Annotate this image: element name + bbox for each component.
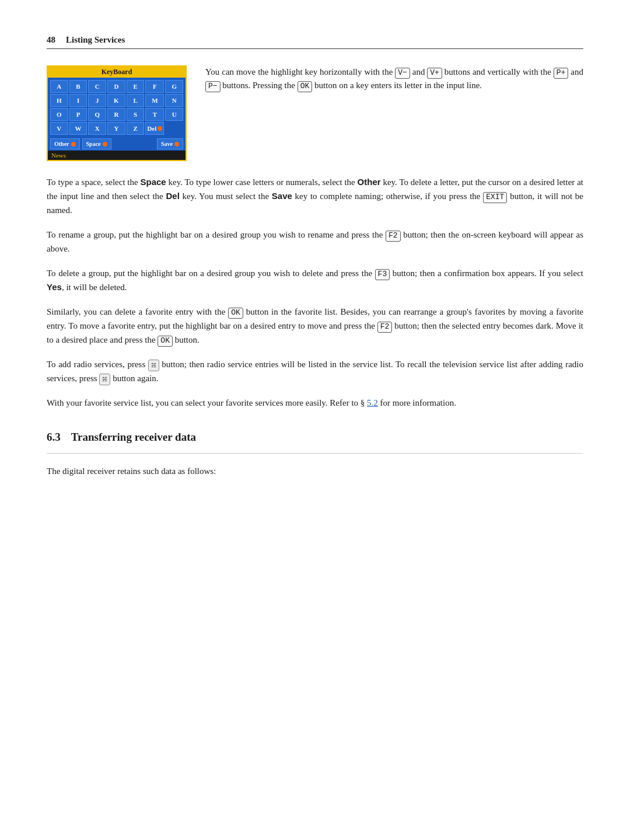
section-number: 6.3 bbox=[47, 431, 61, 444]
section-title-text: Transferring receiver data bbox=[71, 431, 196, 444]
del-dot bbox=[158, 126, 162, 131]
f3-button: F3 bbox=[375, 269, 390, 280]
section-divider bbox=[47, 453, 583, 454]
save-dot bbox=[174, 142, 179, 147]
kb-key-Z[interactable]: Z bbox=[127, 122, 145, 135]
section-first-paragraph: The digital receiver retains such data a… bbox=[47, 464, 583, 478]
kb-key-K[interactable]: K bbox=[107, 94, 125, 107]
kb-key-J[interactable]: J bbox=[88, 94, 106, 107]
keyboard-title: KeyBoard bbox=[48, 67, 186, 78]
space-dot bbox=[103, 142, 107, 147]
kb-key-H[interactable]: H bbox=[50, 94, 68, 107]
p-plus-button: P+ bbox=[554, 68, 569, 79]
other-key-label: Other bbox=[358, 177, 381, 187]
other-dot bbox=[71, 142, 76, 147]
kb-key-Del[interactable]: Del bbox=[145, 122, 164, 135]
paragraph-6: With your favorite service list, you can… bbox=[47, 396, 583, 410]
f2-button-1: F2 bbox=[386, 231, 401, 242]
kb-key-Y[interactable]: Y bbox=[107, 122, 125, 135]
kb-key-D[interactable]: D bbox=[107, 80, 125, 93]
save-key-label: Save bbox=[272, 191, 292, 201]
page-number: 48 bbox=[47, 35, 55, 45]
kb-key-E[interactable]: E bbox=[127, 80, 145, 93]
section-heading-6-3: 6.3 Transferring receiver data bbox=[47, 431, 583, 444]
kb-key-I[interactable]: I bbox=[69, 94, 88, 107]
paragraph-1: To type a space, select the Space key. T… bbox=[47, 175, 583, 217]
space-key-label: Space bbox=[141, 177, 166, 187]
del-key-label: Del bbox=[166, 191, 179, 201]
kb-key-O[interactable]: O bbox=[50, 108, 68, 121]
ok-button-p4b: OK bbox=[158, 336, 173, 347]
keyboard-input-text: News bbox=[51, 152, 66, 159]
kb-space-button[interactable]: Space bbox=[82, 138, 111, 149]
kb-key-F[interactable]: F bbox=[145, 80, 164, 93]
top-section: KeyBoard A B C D E F G H I J K L M N O P… bbox=[47, 65, 583, 161]
chapter-title: Listing Services bbox=[66, 35, 125, 45]
kb-save-button[interactable]: Save bbox=[157, 138, 183, 149]
keyboard-widget: KeyBoard A B C D E F G H I J K L M N O P… bbox=[47, 65, 187, 161]
paragraph-4: Similarly, you can delete a favorite ent… bbox=[47, 305, 583, 347]
f2-button-2: F2 bbox=[377, 322, 393, 333]
kb-key-L[interactable]: L bbox=[127, 94, 145, 107]
kb-key-U[interactable]: U bbox=[165, 108, 183, 121]
p-minus-button: P− bbox=[205, 81, 220, 92]
section-link[interactable]: 5.2 bbox=[367, 398, 378, 407]
radio-icon-1: ☵ bbox=[148, 360, 159, 371]
kb-key-R[interactable]: R bbox=[107, 108, 125, 121]
kb-key-W[interactable]: W bbox=[69, 122, 88, 135]
v-plus-button: V+ bbox=[427, 68, 442, 79]
kb-key-P[interactable]: P bbox=[69, 108, 88, 121]
paragraph-5: To add radio services, press ☵ button; t… bbox=[47, 357, 583, 385]
kb-key-V[interactable]: V bbox=[50, 122, 68, 135]
keyboard-bottom-row: Other Space Save bbox=[48, 137, 186, 151]
page-header: 48 Listing Services bbox=[47, 35, 583, 49]
v-minus-button: V− bbox=[395, 68, 410, 79]
kb-key-X[interactable]: X bbox=[88, 122, 106, 135]
ok-button-p4: OK bbox=[228, 308, 243, 319]
exit-button-inline: EXIT bbox=[483, 192, 507, 203]
keyboard-input-row: News bbox=[48, 151, 186, 160]
kb-key-S[interactable]: S bbox=[127, 108, 145, 121]
kb-other-button[interactable]: Other bbox=[50, 138, 80, 149]
intro-text-column: You can move the highlight key horizonta… bbox=[205, 65, 583, 161]
kb-key-T[interactable]: T bbox=[145, 108, 164, 121]
kb-key-Q[interactable]: Q bbox=[88, 108, 106, 121]
kb-key-G[interactable]: G bbox=[165, 80, 183, 93]
kb-key-N[interactable]: N bbox=[165, 94, 183, 107]
radio-icon-2: ☵ bbox=[99, 374, 110, 385]
keyboard-grid: A B C D E F G H I J K L M N O P Q R S T … bbox=[48, 78, 186, 137]
ok-button-inline: OK bbox=[298, 81, 313, 92]
kb-key-M[interactable]: M bbox=[145, 94, 164, 107]
kb-key-empty bbox=[165, 122, 183, 135]
paragraph-3: To delete a group, put the highlight bar… bbox=[47, 266, 583, 294]
kb-key-B[interactable]: B bbox=[69, 80, 88, 93]
kb-key-C[interactable]: C bbox=[88, 80, 106, 93]
kb-key-A[interactable]: A bbox=[50, 80, 68, 93]
paragraph-2: To rename a group, put the highlight bar… bbox=[47, 228, 583, 256]
yes-label: Yes bbox=[47, 282, 62, 292]
intro-paragraph: You can move the highlight key horizonta… bbox=[205, 65, 583, 93]
